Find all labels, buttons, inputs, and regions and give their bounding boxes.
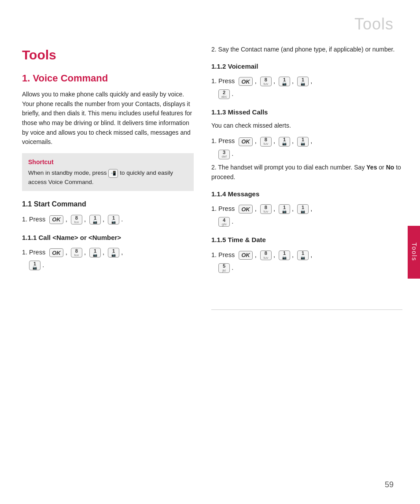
key-8tuv-13: 8tuv xyxy=(260,137,272,147)
missed-calls-press1: 1. Press OK , 8tuv , 1📷 , 1📷 , 3def . xyxy=(211,135,402,160)
main-title: Tools xyxy=(22,45,194,65)
key-1j: 1📷 xyxy=(279,204,290,214)
shortcut-box: Shortcut When in standby mode, press 📲 t… xyxy=(22,153,194,191)
key-1l: 1📷 xyxy=(279,250,290,260)
page-number: 59 xyxy=(385,479,394,491)
header-title: Tools xyxy=(354,15,394,33)
content-wrapper: Tools 1. Voice Command Allows you to mak… xyxy=(0,40,420,334)
key-1e: 1📷 xyxy=(29,261,41,270)
side-tab: Tools xyxy=(408,226,420,279)
key-8tuv: 8tuv xyxy=(71,215,82,224)
subsection-call-name: 1.1.1 Call <Name> or <Number> xyxy=(22,233,194,243)
separator-line xyxy=(211,309,402,310)
key-1a: 1📷 xyxy=(89,215,101,224)
subsection-missed-calls: 1.1.3 Missed Calls xyxy=(211,107,402,118)
messages-press1: 1. Press OK , 8tuv , 1📷 , 1📷 , 4ghi . xyxy=(211,202,402,228)
key-1d: 1📷 xyxy=(108,248,119,258)
key-ok-14: OK xyxy=(239,205,253,213)
key-ok-12: OK xyxy=(239,77,253,86)
key-1i: 1📷 xyxy=(297,137,309,147)
left-column: Tools 1. Voice Command Allows you to mak… xyxy=(22,45,194,316)
key-1k: 1📷 xyxy=(297,204,309,214)
key-1m: 1📷 xyxy=(297,250,309,260)
key-ok-15: OK xyxy=(239,251,253,260)
section1-body: Allows you to make phone calls quickly a… xyxy=(22,90,194,147)
key-ok-13: OK xyxy=(239,137,253,146)
key-1c: 1📷 xyxy=(89,248,101,258)
shortcut-label: Shortcut xyxy=(28,158,188,167)
missed-calls-desc: You can check missed alerts. xyxy=(211,121,402,131)
call-name-press1: 1. Press OK , 8tuv , 1📷 , 1📷 , 1📷 . xyxy=(22,246,194,272)
voicemail-press1: 1. Press OK , 8tuv , 1📷 , 1📷 , 2abc . xyxy=(211,75,402,100)
page-header: Tools xyxy=(0,0,420,40)
key-5jkl: 5jkl xyxy=(218,263,230,273)
subsection-voicemail: 1.1.2 Voicemail xyxy=(211,62,402,72)
start-command-press1: 1. Press OK , 8tuv , 1📷 , 1📷 . xyxy=(22,213,194,226)
section-title-voice-command: 1. Voice Command xyxy=(22,71,194,85)
voice-key-icon: 📲 xyxy=(108,169,118,178)
key-8tuv-15: 8tuv xyxy=(260,250,272,260)
key-4ghi: 4ghi xyxy=(218,217,230,227)
missed-calls-step2: 2. The handset will prompt you to dial e… xyxy=(211,163,402,182)
key-1f: 1📷 xyxy=(279,77,290,86)
key-ok-11: OK xyxy=(49,248,63,257)
key-8tuv-14: 8tuv xyxy=(260,204,272,214)
key-8tuv-11: 8tuv xyxy=(71,248,82,258)
shortcut-text: When in standby mode, press 📲 to quickly… xyxy=(28,169,188,187)
key-ok: OK xyxy=(49,215,63,224)
key-1b: 1📷 xyxy=(108,215,119,224)
key-1h: 1📷 xyxy=(279,137,290,147)
key-1g: 1📷 xyxy=(297,77,309,86)
subsection-time-date: 1.1.5 Time & Date xyxy=(211,235,402,245)
right-column: 2. Say the Contact name (and phone type,… xyxy=(207,45,402,316)
subsection-start-command: 1.1 Start Command xyxy=(22,199,194,210)
key-2abc: 2abc xyxy=(218,89,230,99)
time-date-press1: 1. Press OK , 8tuv , 1📷 , 1📷 , 5jkl . xyxy=(211,249,402,274)
subsection-messages: 1.1.4 Messages xyxy=(211,189,402,199)
key-3def: 3def xyxy=(218,150,230,159)
say-contact-text: 2. Say the Contact name (and phone type,… xyxy=(211,45,402,55)
key-8tuv-12: 8tuv xyxy=(260,77,272,86)
